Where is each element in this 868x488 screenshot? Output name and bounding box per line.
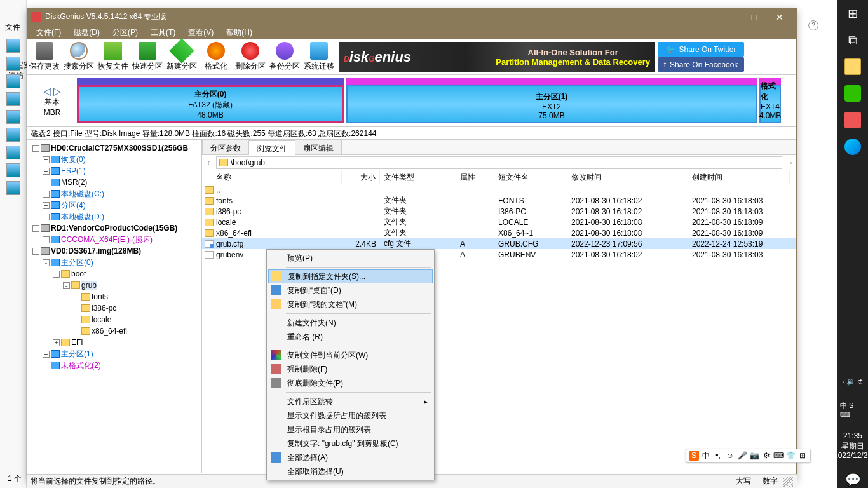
tree-row-0[interactable]: -HD0:CrucialCT275MX300SSD1(256GB bbox=[29, 142, 200, 154]
toolbtn-2[interactable]: 恢复文件 bbox=[96, 39, 130, 75]
menu-0[interactable]: 文件(F) bbox=[30, 25, 67, 39]
ctx-item-4[interactable]: 复制到“我的文档”(M) bbox=[268, 297, 433, 311]
notifications-button[interactable]: 💬 bbox=[844, 471, 861, 488]
bg-tool-9[interactable] bbox=[6, 181, 20, 195]
ime-btn-6[interactable]: ⚙ bbox=[761, 451, 771, 461]
ime-btn-1[interactable]: 中 bbox=[701, 451, 711, 461]
explorer-icon[interactable] bbox=[844, 58, 861, 75]
bg-tool-5[interactable] bbox=[6, 110, 20, 124]
tree-expand-7[interactable]: - bbox=[32, 225, 39, 232]
tab-1[interactable]: 浏览文件 bbox=[248, 140, 295, 155]
edge-icon[interactable] bbox=[844, 139, 861, 155]
toolbtn-6[interactable]: 删除分区 bbox=[233, 39, 268, 75]
file-row-1[interactable]: fonts文件夹FONTS2021-08-30 16:18:022021-08-… bbox=[202, 195, 796, 206]
close-button[interactable]: ✕ bbox=[767, 8, 792, 25]
tree-row-14[interactable]: i386-pc bbox=[29, 302, 200, 314]
share-twitter-button[interactable]: 🐦Share On Twitter bbox=[658, 42, 744, 57]
ctx-item-3[interactable]: 复制到“桌面”(D) bbox=[268, 283, 433, 297]
ctx-item-18[interactable]: 全部取消选择(U) bbox=[268, 464, 433, 478]
disk-nav-arrows[interactable]: ◁ ▷ bbox=[43, 85, 61, 97]
tree-expand-18[interactable]: + bbox=[43, 351, 50, 358]
systray-2[interactable]: 中 S ⌨ bbox=[837, 398, 868, 421]
ime-btn-4[interactable]: 🎤 bbox=[737, 451, 747, 461]
menu-4[interactable]: 查看(V) bbox=[182, 25, 220, 39]
ctx-item-11[interactable]: 彻底删除文件(P) bbox=[268, 376, 433, 390]
tree-expand-0[interactable]: - bbox=[32, 145, 39, 152]
toolbtn-8[interactable]: 系统迁移 bbox=[302, 39, 336, 75]
ime-btn-5[interactable]: 📷 bbox=[749, 451, 759, 461]
tree-expand-8[interactable]: + bbox=[43, 236, 50, 243]
col-mtime[interactable]: 修改时间 bbox=[567, 170, 688, 184]
bg-tool-6[interactable] bbox=[6, 128, 20, 142]
tree-expand-1[interactable]: + bbox=[43, 156, 50, 163]
bg-tool-4[interactable] bbox=[6, 92, 20, 106]
titlebar[interactable]: DiskGenius V5.4.5.1412 x64 专业版 — □ ✕ bbox=[27, 8, 796, 25]
col-attr[interactable]: 属性 bbox=[456, 170, 494, 184]
col-short[interactable]: 短文件名 bbox=[494, 170, 567, 184]
bg-app-menu[interactable]: 文件 bbox=[0, 20, 25, 35]
ime-btn-0[interactable]: S bbox=[689, 451, 699, 461]
tree-row-7[interactable]: -RD1:VendorCoProductCode(15GB) bbox=[29, 222, 200, 234]
partition-0[interactable]: 主分区(0)FAT32 (隐藏)48.0MB bbox=[77, 85, 344, 123]
ctx-item-10[interactable]: 强制删除(F) bbox=[268, 362, 433, 376]
tree-row-6[interactable]: +本地磁盘(D:) bbox=[29, 211, 200, 222]
bg-tool-2[interactable] bbox=[6, 57, 20, 71]
ctx-item-17[interactable]: 全部选择(A) bbox=[268, 451, 433, 464]
tree-row-10[interactable]: -主分区(0) bbox=[29, 257, 200, 268]
ime-btn-7[interactable]: ⌨ bbox=[773, 451, 783, 461]
ctx-item-16[interactable]: 复制文字: "grub.cfg" 到剪贴板(C) bbox=[268, 437, 433, 451]
toolbtn-5[interactable]: 格式化 bbox=[199, 39, 233, 75]
tree-row-15[interactable]: locale bbox=[29, 314, 200, 325]
file-row-2[interactable]: i386-pc文件夹I386-PC2021-08-30 16:18:022021… bbox=[202, 206, 796, 217]
resize-handle[interactable] bbox=[783, 477, 793, 487]
ctx-item-0[interactable]: 预览(P) bbox=[268, 251, 433, 265]
column-headers[interactable]: 名称 大小 文件类型 属性 短文件名 修改时间 创建时间 bbox=[202, 170, 796, 184]
tab-2[interactable]: 扇区编辑 bbox=[295, 140, 342, 154]
toolbtn-1[interactable]: 搜索分区 bbox=[62, 39, 96, 75]
menu-5[interactable]: 帮助(H) bbox=[220, 25, 259, 39]
maximize-button[interactable]: □ bbox=[742, 8, 767, 25]
ctx-item-13[interactable]: 文件扇区跳转▸ bbox=[268, 395, 433, 409]
bg-tool-8[interactable] bbox=[6, 163, 20, 177]
tree-expand-12[interactable]: - bbox=[63, 282, 70, 289]
tree-expand-6[interactable]: + bbox=[43, 214, 50, 220]
taskbar-clock[interactable]: 21:35 星期日 2022/12/25 bbox=[834, 431, 868, 461]
menu-2[interactable]: 分区(P) bbox=[106, 25, 144, 39]
tree-expand-9[interactable]: - bbox=[32, 248, 39, 255]
path-up-button[interactable]: ↑ bbox=[202, 158, 215, 167]
ctx-item-6[interactable]: 新建文件夹(N) bbox=[268, 316, 433, 330]
partition-2[interactable]: 格式化EXT44.0MB bbox=[759, 85, 781, 123]
ctx-item-9[interactable]: 复制文件到当前分区(W) bbox=[268, 348, 433, 362]
partition-1[interactable]: 主分区(1)EXT275.0MB bbox=[346, 85, 757, 123]
taskview-button[interactable]: ⧉ bbox=[844, 32, 861, 48]
toolbtn-4[interactable]: 新建分区 bbox=[165, 39, 199, 75]
ctx-item-15[interactable]: 显示根目录占用的簇列表 bbox=[268, 423, 433, 437]
wechat-icon[interactable] bbox=[844, 85, 861, 102]
file-row-0[interactable]: .. bbox=[202, 184, 796, 195]
device-tree[interactable]: -HD0:CrucialCT275MX300SSD1(256GB+恢复(0)+E… bbox=[27, 140, 202, 473]
tree-row-4[interactable]: +本地磁盘(C:) bbox=[29, 188, 200, 200]
tree-row-18[interactable]: +主分区(1) bbox=[29, 348, 200, 360]
tree-expand-2[interactable]: + bbox=[43, 168, 50, 175]
tree-row-2[interactable]: +ESP(1) bbox=[29, 165, 200, 177]
ctx-item-2[interactable]: 复制到指定文件夹(S)... bbox=[268, 269, 433, 283]
file-row-5[interactable]: grub.cfg2.4KBcfg 文件AGRUB.CFG2022-12-23 1… bbox=[202, 238, 796, 249]
path-go-button[interactable]: → bbox=[783, 158, 796, 167]
tree-row-1[interactable]: +恢复(0) bbox=[29, 154, 200, 165]
minimize-button[interactable]: — bbox=[716, 8, 742, 25]
tree-expand-5[interactable]: + bbox=[43, 202, 50, 209]
file-row-3[interactable]: locale文件夹LOCALE2021-08-30 16:18:082021-0… bbox=[202, 217, 796, 227]
col-size[interactable]: 大小 bbox=[342, 170, 380, 184]
tree-expand-10[interactable]: - bbox=[43, 259, 50, 266]
tree-row-13[interactable]: fonts bbox=[29, 291, 200, 302]
tree-row-3[interactable]: MSR(2) bbox=[29, 177, 200, 188]
ime-btn-3[interactable]: ☺ bbox=[725, 451, 735, 461]
tree-row-11[interactable]: -boot bbox=[29, 268, 200, 280]
tree-row-8[interactable]: +CCCOMA_X64F(E:)-(损坏) bbox=[29, 234, 200, 245]
bg-tool-3[interactable] bbox=[6, 74, 20, 88]
ime-toolbar[interactable]: S中•,☺🎤📷⚙⌨👕⊞ bbox=[686, 449, 811, 463]
systray-1[interactable]: ‹ 🔉 ⊄ bbox=[840, 375, 866, 388]
path-input[interactable]: \boot\grub bbox=[216, 156, 782, 169]
tree-row-5[interactable]: +分区(4) bbox=[29, 200, 200, 211]
ctx-item-14[interactable]: 显示文件数据所占用的簇列表 bbox=[268, 409, 433, 423]
